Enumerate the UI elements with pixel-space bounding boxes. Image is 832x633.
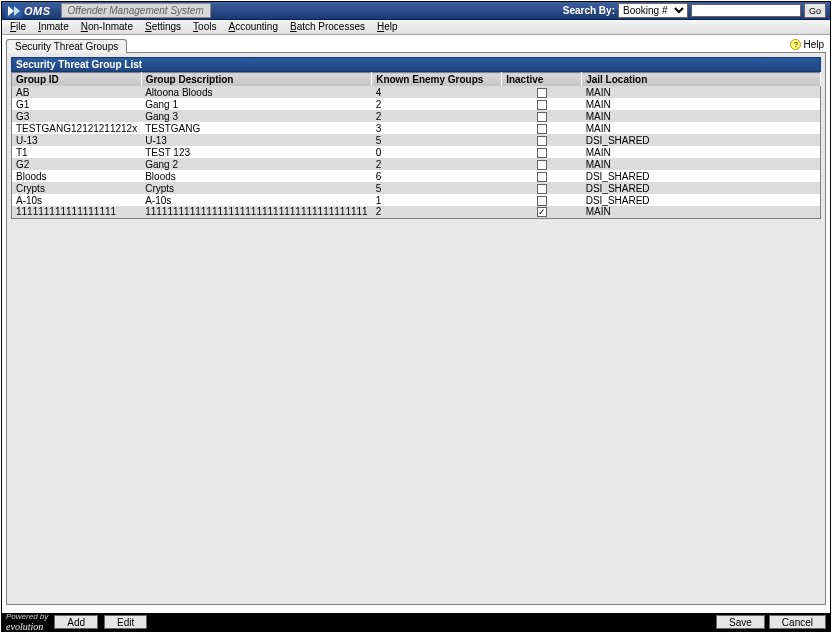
cell-inactive: [502, 110, 582, 122]
logo: OMS: [6, 4, 57, 18]
cell-jail-location: MAIN: [582, 86, 821, 98]
inactive-checkbox[interactable]: ✓: [537, 207, 547, 217]
cell-known-enemy-groups: 2: [372, 158, 502, 170]
cell-known-enemy-groups: 0: [372, 146, 502, 158]
system-title: Offender Management System: [61, 3, 211, 18]
col-jail-location[interactable]: Jail Location: [582, 73, 821, 87]
cell-known-enemy-groups: 2: [372, 206, 502, 218]
cell-jail-location: MAIN: [582, 110, 821, 122]
cell-group-description: Gang 2: [141, 158, 371, 170]
cell-group-id: 111111111111111111: [12, 206, 142, 218]
search-input[interactable]: [691, 4, 801, 17]
inactive-checkbox[interactable]: [537, 160, 547, 170]
tab-security-threat-groups[interactable]: Security Threat Groups: [6, 39, 127, 53]
panel-body: Security Threat Group List Group ID Grou…: [6, 52, 826, 605]
cell-group-description: 1111111111111111111111111111111111111111: [141, 206, 371, 218]
tab-strip: Security Threat Groups ? Help: [6, 39, 826, 53]
table-row[interactable]: G2Gang 22MAIN: [12, 158, 821, 170]
cell-group-description: TEST 123: [141, 146, 371, 158]
col-group-id[interactable]: Group ID: [12, 73, 142, 87]
menu-settings[interactable]: Settings: [139, 20, 187, 34]
cell-jail-location: DSI_SHARED: [582, 170, 821, 182]
cancel-button[interactable]: Cancel: [769, 615, 826, 629]
footer-bar: Powered by evolution Add Edit Save Cance…: [2, 613, 830, 631]
table-row[interactable]: CryptsCrypts5DSI_SHARED: [12, 182, 821, 194]
cell-known-enemy-groups: 4: [372, 86, 502, 98]
inactive-checkbox[interactable]: [537, 196, 547, 206]
menu-accounting[interactable]: Accounting: [222, 20, 283, 34]
cell-group-id: A-10s: [12, 194, 142, 206]
cell-jail-location: DSI_SHARED: [582, 182, 821, 194]
table-row[interactable]: U-13U-135DSI_SHARED: [12, 134, 821, 146]
cell-jail-location: MAIN: [582, 206, 821, 218]
list-title: Security Threat Group List: [11, 57, 821, 72]
cell-group-id: AB: [12, 86, 142, 98]
table-row[interactable]: G3Gang 32MAIN: [12, 110, 821, 122]
cell-known-enemy-groups: 2: [372, 110, 502, 122]
cell-group-description: A-10s: [141, 194, 371, 206]
logo-icon: [6, 4, 22, 18]
cell-known-enemy-groups: 3: [372, 122, 502, 134]
inactive-checkbox[interactable]: [537, 184, 547, 194]
table-row[interactable]: 1111111111111111111111111111111111111111…: [12, 206, 821, 218]
cell-inactive: [502, 134, 582, 146]
cell-jail-location: DSI_SHARED: [582, 194, 821, 206]
help-label: Help: [803, 39, 824, 50]
inactive-checkbox[interactable]: [537, 172, 547, 182]
table-row[interactable]: A-10sA-10s1DSI_SHARED: [12, 194, 821, 206]
cell-group-description: Gang 3: [141, 110, 371, 122]
header-bar: OMS Offender Management System Search By…: [2, 2, 830, 20]
table-row[interactable]: BloodsBloods6DSI_SHARED: [12, 170, 821, 182]
cell-inactive: [502, 146, 582, 158]
col-group-description[interactable]: Group Description: [141, 73, 371, 87]
cell-group-id: TESTGANG12121211212x: [12, 122, 142, 134]
cell-inactive: ✓: [502, 206, 582, 218]
help-link[interactable]: ? Help: [790, 39, 824, 50]
cell-known-enemy-groups: 6: [372, 170, 502, 182]
cell-group-description: Altoona Bloods: [141, 86, 371, 98]
inactive-checkbox[interactable]: [537, 136, 547, 146]
cell-jail-location: MAIN: [582, 158, 821, 170]
cell-group-id: G1: [12, 98, 142, 110]
add-button[interactable]: Add: [54, 615, 98, 629]
inactive-checkbox[interactable]: [537, 88, 547, 98]
cell-inactive: [502, 182, 582, 194]
cell-jail-location: MAIN: [582, 122, 821, 134]
table-row[interactable]: G1Gang 12MAIN: [12, 98, 821, 110]
menu-help[interactable]: Help: [371, 20, 404, 34]
menu-inmate[interactable]: Inmate: [32, 20, 75, 34]
logo-text: OMS: [24, 5, 51, 17]
col-inactive[interactable]: Inactive: [502, 73, 582, 87]
cell-group-id: Bloods: [12, 170, 142, 182]
inactive-checkbox[interactable]: [537, 148, 547, 158]
powered-by: Powered by evolution: [6, 612, 48, 632]
cell-inactive: [502, 194, 582, 206]
col-known-enemy-groups[interactable]: Known Enemy Groups: [372, 73, 502, 87]
inactive-checkbox[interactable]: [537, 112, 547, 122]
search-by-select[interactable]: Booking #: [618, 3, 688, 18]
go-button[interactable]: Go: [804, 3, 826, 18]
cell-jail-location: MAIN: [582, 98, 821, 110]
cell-jail-location: MAIN: [582, 146, 821, 158]
cell-group-description: Crypts: [141, 182, 371, 194]
table-row[interactable]: TESTGANG12121211212xTESTGANG3MAIN: [12, 122, 821, 134]
powered-label: Powered by: [6, 612, 48, 621]
cell-group-description: Gang 1: [141, 98, 371, 110]
menu-non-inmate[interactable]: Non-Inmate: [75, 20, 139, 34]
save-button[interactable]: Save: [716, 615, 765, 629]
menu-file[interactable]: File: [4, 20, 32, 34]
table-row[interactable]: T1TEST 1230MAIN: [12, 146, 821, 158]
menu-batch-processes[interactable]: Batch Processes: [284, 20, 371, 34]
inactive-checkbox[interactable]: [537, 124, 547, 134]
edit-button[interactable]: Edit: [104, 615, 147, 629]
menu-tools[interactable]: Tools: [187, 20, 222, 34]
cell-inactive: [502, 122, 582, 134]
app-window: OMS Offender Management System Search By…: [1, 1, 831, 632]
cell-inactive: [502, 158, 582, 170]
inactive-checkbox[interactable]: [537, 100, 547, 110]
search-label: Search By:: [563, 5, 615, 16]
cell-group-description: Bloods: [141, 170, 371, 182]
table-row[interactable]: ABAltoona Bloods4MAIN: [12, 86, 821, 98]
cell-inactive: [502, 170, 582, 182]
cell-known-enemy-groups: 2: [372, 98, 502, 110]
